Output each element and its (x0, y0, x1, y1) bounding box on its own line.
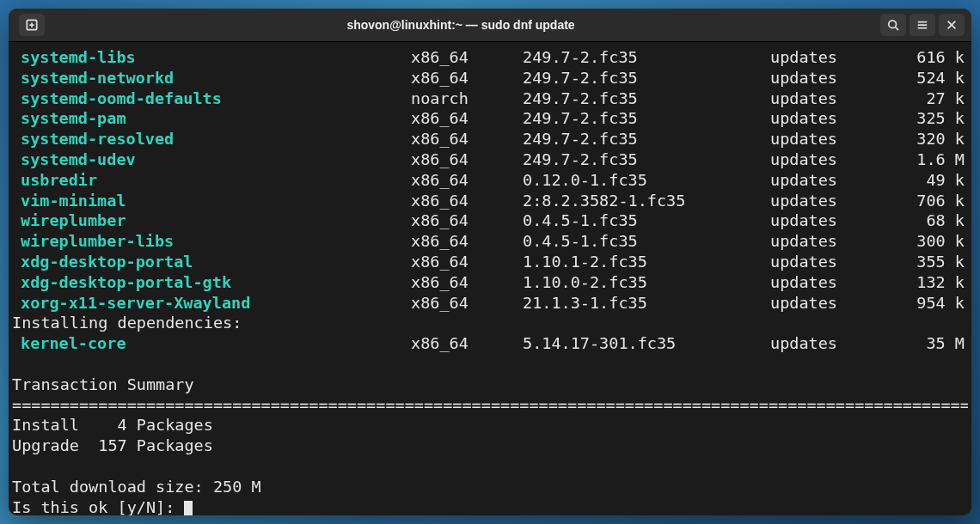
package-arch: x86_64 (411, 170, 523, 191)
window-title: shovon@linuxhint:~ — sudo dnf update (45, 18, 877, 32)
package-row: systemd-pamx86_64249.7-2.fc35updates325 … (12, 108, 968, 129)
package-name: wireplumber-libs (21, 231, 411, 252)
package-arch: x86_64 (411, 252, 523, 272)
package-size: 300 k (861, 231, 968, 252)
package-repo: updates (770, 129, 861, 149)
package-repo: updates (770, 272, 861, 293)
package-arch: noarch (411, 88, 523, 109)
package-name: xdg-desktop-portal-gtk (21, 272, 411, 293)
package-arch: x86_64 (411, 333, 523, 354)
package-repo: updates (770, 68, 861, 88)
blank-line (12, 456, 968, 477)
package-name: wireplumber (21, 210, 411, 231)
package-row: xdg-desktop-portalx86_641.10.1-2.fc35upd… (12, 252, 968, 272)
prompt-line[interactable]: Is this ok [y/N]: (12, 497, 968, 515)
package-version: 1.10.0-2.fc35 (523, 272, 770, 293)
package-arch: x86_64 (411, 293, 523, 314)
package-row: vim-minimalx86_642:8.2.3582-1.fc35update… (12, 191, 968, 211)
package-arch: x86_64 (411, 272, 523, 293)
deps-header: Installing dependencies: (12, 313, 968, 333)
package-version: 0.4.5-1.fc35 (523, 210, 770, 231)
package-arch: x86_64 (411, 47, 523, 68)
package-row: systemd-oomd-defaultsnoarch249.7-2.fc35u… (12, 88, 968, 109)
package-repo: updates (770, 88, 861, 109)
package-size: 325 k (861, 108, 968, 129)
menu-button[interactable] (910, 14, 935, 36)
package-size: 35 M (861, 333, 968, 354)
upgrade-line: Upgrade 157 Packages (12, 436, 968, 456)
package-name: systemd-resolved (21, 129, 411, 149)
package-repo: updates (770, 333, 861, 354)
package-size: 132 k (861, 272, 968, 293)
close-icon (946, 19, 958, 31)
package-name: systemd-pam (21, 108, 411, 129)
package-row: wireplumberx86_640.4.5-1.fc35updates68 k (12, 210, 968, 231)
package-repo: updates (770, 108, 861, 129)
hamburger-icon (916, 19, 928, 31)
package-name: systemd-libs (21, 47, 411, 68)
package-size: 320 k (861, 129, 968, 149)
package-version: 0.4.5-1.fc35 (523, 231, 770, 252)
package-name: systemd-udev (21, 149, 411, 170)
package-repo: updates (770, 252, 861, 272)
package-version: 5.14.17-301.fc35 (523, 333, 770, 354)
terminal-output[interactable]: systemd-libsx86_64249.7-2.fc35updates616… (9, 42, 971, 515)
package-repo: updates (770, 170, 861, 191)
package-arch: x86_64 (411, 108, 523, 129)
package-version: 249.7-2.fc35 (523, 149, 770, 170)
package-version: 2:8.2.3582-1.fc35 (523, 191, 770, 211)
package-repo: updates (770, 231, 861, 252)
package-size: 706 k (861, 191, 968, 211)
package-repo: updates (770, 210, 861, 231)
package-arch: x86_64 (411, 149, 523, 170)
close-button[interactable] (939, 14, 965, 36)
package-size: 68 k (861, 210, 968, 231)
search-button[interactable] (880, 14, 906, 36)
package-version: 249.7-2.fc35 (523, 88, 770, 109)
search-icon (887, 19, 899, 31)
package-version: 249.7-2.fc35 (523, 108, 770, 129)
package-repo: updates (770, 191, 861, 211)
package-row: systemd-libsx86_64249.7-2.fc35updates616… (12, 47, 968, 68)
package-size: 524 k (861, 68, 968, 88)
plus-square-icon (26, 19, 38, 31)
titlebar: shovon@linuxhint:~ — sudo dnf update (9, 9, 971, 42)
package-row: systemd-networkdx86_64249.7-2.fc35update… (12, 68, 968, 88)
blank-line (12, 354, 968, 375)
svg-line-4 (896, 27, 899, 31)
package-name: systemd-networkd (21, 68, 411, 88)
package-arch: x86_64 (411, 210, 523, 231)
rule-line: ========================================… (12, 395, 968, 416)
package-name: xdg-desktop-portal (21, 252, 411, 272)
package-arch: x86_64 (411, 129, 523, 149)
package-version: 1.10.1-2.fc35 (523, 252, 770, 272)
package-row: xorg-x11-server-Xwaylandx86_6421.1.3-1.f… (12, 293, 968, 314)
install-line: Install 4 Packages (12, 415, 968, 436)
package-version: 249.7-2.fc35 (523, 47, 770, 68)
package-size: 1.6 M (861, 149, 968, 170)
package-size: 49 k (861, 170, 968, 191)
package-row: wireplumber-libsx86_640.4.5-1.fc35update… (12, 231, 968, 252)
package-row: kernel-corex86_645.14.17-301.fc35updates… (12, 333, 968, 354)
package-row: systemd-udevx86_64249.7-2.fc35updates1.6… (12, 149, 968, 170)
package-size: 355 k (861, 252, 968, 272)
package-size: 27 k (861, 88, 968, 109)
package-name: xorg-x11-server-Xwayland (21, 293, 411, 314)
new-tab-button[interactable] (19, 14, 45, 36)
package-version: 0.12.0-1.fc35 (523, 170, 770, 191)
total-download-line: Total download size: 250 M (12, 477, 968, 497)
package-repo: updates (770, 47, 861, 68)
summary-header: Transaction Summary (12, 375, 968, 395)
package-name: systemd-oomd-defaults (21, 88, 411, 109)
package-size: 954 k (861, 293, 968, 314)
package-name: vim-minimal (21, 191, 411, 211)
package-arch: x86_64 (411, 68, 523, 88)
package-version: 249.7-2.fc35 (523, 68, 770, 88)
svg-point-3 (889, 21, 897, 28)
package-version: 21.1.3-1.fc35 (523, 293, 770, 314)
package-arch: x86_64 (411, 231, 523, 252)
package-row: usbredirx86_640.12.0-1.fc35updates49 k (12, 170, 968, 191)
package-repo: updates (770, 293, 861, 314)
package-arch: x86_64 (411, 191, 523, 211)
cursor (184, 501, 193, 515)
